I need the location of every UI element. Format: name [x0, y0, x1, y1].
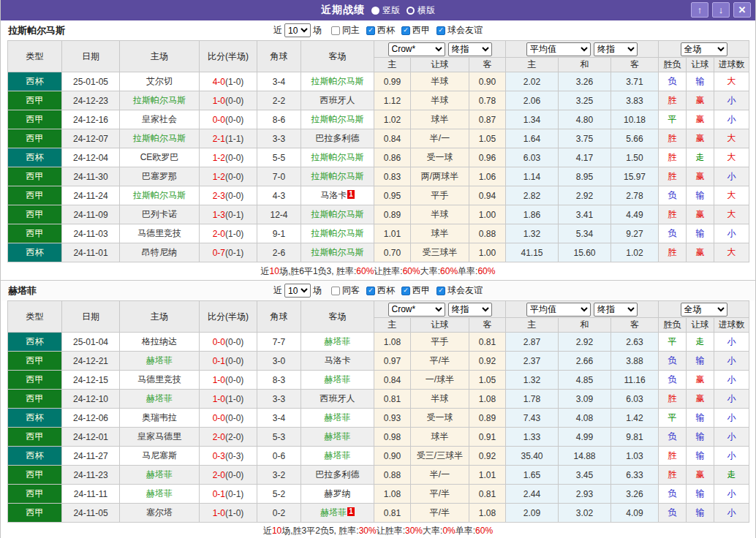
avg-home-odds: 2.06: [506, 91, 559, 110]
cup-checkbox[interactable]: ✓: [366, 26, 375, 35]
full-match-select[interactable]: 全场: [681, 303, 727, 317]
check-icon: ✓: [438, 287, 444, 294]
sub-goals: 进球数: [714, 58, 749, 72]
avg-home-odds: 2.37: [506, 352, 559, 371]
result-handicap: 走: [687, 333, 714, 352]
handicap-line: 半/一: [411, 466, 469, 485]
final-index-select-2[interactable]: 终指: [594, 42, 638, 56]
result-handicap: 输: [687, 72, 714, 91]
score-cell: 1-3(0-1): [200, 205, 257, 224]
same-away-checkbox[interactable]: [331, 287, 340, 295]
avg-away-odds: 1.50: [611, 148, 659, 167]
friendly-checkbox[interactable]: ✓: [436, 287, 445, 295]
handicap-line: 平手: [411, 186, 469, 205]
table-row: 西甲 24-11-03 马德里竞技 2-0(1-0) 9-1 拉斯帕尔马斯 1.…: [8, 224, 749, 243]
radio-vertical-layout[interactable]: 竖版: [371, 4, 400, 17]
match-type-badge: 西甲: [8, 466, 62, 485]
score-cell: 0-1(0-1): [200, 485, 257, 504]
results-table: 类型 日期 主场 比分(半场) 角球 客场 Crow*终指 平均值终指 全场: [7, 300, 749, 523]
match-type-badge: 西甲: [8, 371, 62, 390]
close-button[interactable]: ✕: [733, 2, 751, 18]
radio-horizontal-layout[interactable]: 横版: [407, 4, 435, 17]
halftime-score: (0-3): [225, 451, 243, 461]
near-label: 近: [273, 24, 282, 37]
check-icon: ✓: [368, 27, 374, 34]
halftime-score: (0-0): [225, 153, 243, 163]
handicap-line: 两/两球半: [411, 167, 469, 186]
sub-let-goal: 让球: [687, 58, 714, 72]
col-type: 类型: [8, 301, 62, 333]
crow-home-odds: 1.08: [374, 333, 411, 352]
crow-bookmaker-select[interactable]: Crow*: [388, 303, 445, 317]
crow-away-odds: 0.96: [469, 148, 506, 167]
friendly-checkbox[interactable]: ✓: [436, 26, 445, 35]
average-select[interactable]: 平均值: [526, 303, 591, 317]
crow-home-odds: 0.81: [374, 390, 411, 409]
matches-label: 场: [313, 24, 322, 37]
handicap-line: 球半: [411, 428, 469, 447]
sub-avg-draw: 和: [559, 58, 611, 72]
crow-home-odds: 0.70: [374, 243, 411, 262]
avg-away-odds: 3.26: [611, 485, 659, 504]
halftime-score: (0-0): [225, 96, 243, 106]
score-cell: 2-0(2-0): [200, 428, 257, 447]
crow-away-odds: 0.92: [469, 352, 506, 371]
col-date: 日期: [62, 301, 120, 333]
final-index-select[interactable]: 终指: [448, 42, 492, 56]
avg-away-odds: 1.02: [611, 243, 659, 262]
avg-away-odds: 9.27: [611, 224, 659, 243]
home-team: 昂特尼纳: [120, 243, 200, 262]
fulltime-score: 1-0: [213, 375, 225, 385]
result-handicap: 输: [687, 504, 714, 523]
crow-bookmaker-select[interactable]: Crow*: [388, 42, 445, 56]
cup-checkbox[interactable]: ✓: [366, 287, 375, 295]
league-checkbox[interactable]: ✓: [401, 287, 410, 295]
halftime-score: (1-0): [225, 508, 243, 518]
score-cell: 1-2(0-0): [200, 148, 257, 167]
table-row: 西杯 24-11-27 马尼塞斯 0-3(0-3) 0-6 赫塔菲 0.90 受…: [8, 447, 749, 466]
recent-count-select[interactable]: 10: [284, 284, 311, 298]
home-team: 巴列卡诺: [120, 205, 200, 224]
avg-draw-odds: 4.85: [559, 371, 611, 390]
avg-away-odds: 2.78: [611, 186, 659, 205]
result-handicap: 赢: [687, 110, 714, 129]
final-index-select-2[interactable]: 终指: [594, 303, 638, 317]
score-cell: 0-0(0-0): [200, 333, 257, 352]
league-checkbox[interactable]: ✓: [401, 26, 410, 35]
match-type-badge: 西甲: [8, 129, 62, 148]
move-up-button[interactable]: ↑: [691, 2, 708, 18]
red-card-badge: 1: [347, 507, 355, 516]
crow-home-odds: 0.84: [374, 129, 411, 148]
handicap-line: 半球: [411, 91, 469, 110]
result-handicap: 输: [687, 485, 714, 504]
result-win-loss: 负: [659, 371, 687, 390]
match-type-badge: 西甲: [8, 485, 62, 504]
avg-home-odds: 2.09: [506, 504, 559, 523]
handicap-line: 平/半: [411, 485, 469, 504]
average-select[interactable]: 平均值: [526, 42, 591, 56]
result-handicap: 输: [687, 409, 714, 428]
result-win-loss: 胜: [659, 148, 687, 167]
sub-away: 客: [469, 58, 506, 72]
final-index-select[interactable]: 终指: [448, 303, 492, 317]
match-date: 24-11-27: [62, 447, 120, 466]
avg-away-odds: 3.71: [611, 72, 659, 91]
halftime-score: (0-0): [225, 172, 243, 182]
move-down-button[interactable]: ↓: [712, 2, 730, 18]
crow-home-odds: 0.81: [374, 504, 411, 523]
halftime-score: (1-1): [225, 134, 243, 144]
score-cell: 0-3(0-3): [200, 447, 257, 466]
same-home-checkbox[interactable]: [331, 26, 340, 35]
home-team: 艾尔切: [120, 72, 200, 91]
avg-home-odds: 1.86: [506, 205, 559, 224]
table-row: 西甲 24-12-01 皇家马德里 2-0(2-0) 5-3 赫塔菲 0.98 …: [8, 428, 749, 447]
handicap-odds-group: Crow*终指: [374, 301, 506, 318]
avg-draw-odds: 4.08: [559, 409, 611, 428]
col-corner: 角球: [257, 41, 301, 72]
full-match-select[interactable]: 全场: [681, 42, 727, 56]
table-row: 西甲 24-12-07 拉斯帕尔马斯 2-1(1-1) 3-3 巴拉多利德 0.…: [8, 129, 749, 148]
halftime-score: (0-0): [225, 413, 243, 423]
recent-count-select[interactable]: 10: [284, 23, 311, 37]
halftime-score: (1-0): [225, 77, 243, 87]
result-handicap: 赢: [687, 390, 714, 409]
